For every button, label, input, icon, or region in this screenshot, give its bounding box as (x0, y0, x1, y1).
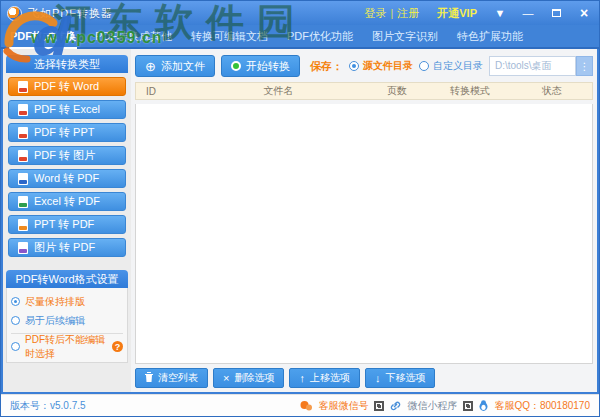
tab-pdf-format-convert[interactable]: PDF格式转换 (9, 25, 77, 49)
arrow-down-icon: ↓ (375, 373, 381, 384)
sidebar-item-word-to-pdf[interactable]: Word 转 PDF (8, 169, 126, 188)
start-icon (231, 61, 241, 71)
ppt-file-icon (18, 219, 28, 231)
close-icon[interactable]: × (577, 6, 591, 20)
status-bar: 版本号：v5.0.7.5 客服微信号 微信小程序 客服QQ：800180170 (1, 394, 599, 416)
option-easy-edit[interactable]: 易于后续编辑 (11, 311, 123, 330)
radio-label: 源文件目录 (363, 59, 413, 73)
sidebar-item-excel-to-pdf[interactable]: Excel 转 PDF (8, 192, 126, 211)
option-keep-layout[interactable]: 尽量保持排版 (11, 292, 123, 311)
clear-list-button[interactable]: 清空列表 (135, 368, 208, 388)
register-link[interactable]: 注册 (397, 6, 419, 21)
sidebar-item-label: Excel 转 PDF (34, 194, 100, 209)
arrow-up-icon: ↑ (299, 373, 305, 384)
help-icon[interactable]: ? (112, 341, 123, 352)
browse-folder-button[interactable]: ⋮ (576, 56, 593, 76)
delete-selected-button[interactable]: × 删除选项 (213, 368, 284, 388)
sidebar-item-label: Word 转 PDF (34, 171, 99, 186)
radio-source-directory[interactable]: 源文件目录 (349, 59, 413, 73)
wechat-service-label[interactable]: 客服微信号 (318, 399, 368, 413)
plus-circle-icon: ⊕ (145, 60, 156, 73)
tab-special-features[interactable]: 特色扩展功能 (456, 25, 524, 49)
sidebar-item-label: PDF 转 Excel (34, 102, 100, 117)
file-list[interactable] (135, 104, 593, 364)
main-panel: ⊕ 添加文件 开始转换 保存： 源文件目录 自定义目录 D:\tools\ (131, 49, 597, 392)
word-file-icon (18, 173, 28, 185)
pdf-file-icon (18, 127, 28, 139)
minimize-icon[interactable]: — (521, 6, 535, 20)
column-pages: 页数 (366, 84, 428, 98)
action-label: 上移选项 (310, 371, 350, 385)
output-path-input[interactable]: D:\tools\桌面 (489, 56, 576, 76)
settings-header: PDF转Word格式设置 (6, 270, 128, 288)
move-down-button[interactable]: ↓ 下移选项 (365, 368, 436, 388)
word-format-settings: PDF转Word格式设置 尽量保持排版 易于后续编辑 PDF转后不能编辑时选择 (6, 270, 128, 363)
action-label: 删除选项 (234, 371, 274, 385)
sidebar-item-label: PPT 转 PDF (34, 217, 94, 232)
tab-image-ocr[interactable]: 图片文字识别 (371, 25, 439, 49)
title-bar: 飞如PDF转换器 登录 | 注册 开通VIP ▼ — × (1, 1, 599, 25)
auth-divider: | (390, 7, 393, 19)
maximize-icon[interactable] (549, 6, 563, 20)
qr-code-icon[interactable] (374, 401, 384, 411)
sidebar-item-pdf-to-ppt[interactable]: PDF 转 PPT (8, 123, 126, 142)
wechat-icon (300, 401, 312, 411)
start-convert-label: 开始转换 (246, 59, 290, 74)
app-window: 飞如PDF转换器 登录 | 注册 开通VIP ▼ — × PDF格式转换 PDF… (0, 0, 600, 417)
vip-link[interactable]: 开通VIP (437, 6, 477, 21)
miniprogram-label[interactable]: 微信小程序 (407, 399, 457, 413)
list-actions: 清空列表 × 删除选项 ↑ 上移选项 ↓ 下移选项 (135, 368, 593, 388)
tab-convert-editable-doc[interactable]: 转换可编辑文档 (190, 25, 269, 49)
convert-type-header: 选择转换类型 (6, 55, 128, 73)
app-title: 飞如PDF转换器 (28, 6, 113, 21)
version-text: 版本号：v5.0.7.5 (10, 399, 86, 413)
option-label: 尽量保持排版 (25, 295, 85, 309)
radio-icon[interactable] (419, 61, 429, 71)
column-id: ID (136, 86, 191, 97)
option-cannot-edit[interactable]: PDF转后不能编辑时选择 ? (11, 337, 123, 356)
sidebar-item-label: PDF 转 Word (34, 79, 99, 94)
tab-pdf-optimize[interactable]: PDF优化功能 (286, 25, 354, 49)
radio-icon[interactable] (11, 316, 20, 325)
column-status: 状态 (512, 84, 592, 98)
image-file-icon (18, 242, 28, 254)
sidebar-item-image-to-pdf[interactable]: 图片 转 PDF (8, 238, 126, 257)
radio-selected-icon[interactable] (11, 297, 20, 306)
sidebar: 选择转换类型 PDF 转 Word PDF 转 Excel PDF 转 PPT … (3, 49, 131, 392)
start-convert-button[interactable]: 开始转换 (221, 55, 300, 77)
sidebar-item-pdf-to-word[interactable]: PDF 转 Word (8, 77, 126, 96)
action-label: 下移选项 (385, 371, 425, 385)
excel-file-icon (18, 196, 28, 208)
sidebar-item-ppt-to-pdf[interactable]: PPT 转 PDF (8, 215, 126, 234)
convert-type-list: PDF 转 Word PDF 转 Excel PDF 转 PPT PDF 转 图… (6, 73, 128, 257)
sidebar-item-label: PDF 转 图片 (34, 148, 95, 163)
menu-dropdown-icon[interactable]: ▼ (493, 6, 507, 20)
qr-code-icon[interactable] (463, 401, 473, 411)
qq-penguin-icon (479, 400, 488, 411)
app-logo-icon (7, 6, 22, 21)
pdf-file-icon (18, 104, 28, 116)
move-up-button[interactable]: ↑ 上移选项 (289, 368, 360, 388)
radio-selected-icon[interactable] (349, 61, 359, 71)
login-link[interactable]: 登录 (364, 6, 386, 21)
add-file-button[interactable]: ⊕ 添加文件 (135, 55, 215, 77)
column-filename: 文件名 (191, 84, 366, 98)
tab-pdf-to-other[interactable]: PDF转换成其他 (94, 25, 173, 49)
pdf-file-icon (18, 81, 28, 93)
sidebar-item-pdf-to-image[interactable]: PDF 转 图片 (8, 146, 126, 165)
action-label: 清空列表 (158, 371, 198, 385)
main-nav-tabs: PDF格式转换 PDF转换成其他 转换可编辑文档 PDF优化功能 图片文字识别 … (1, 25, 599, 49)
x-icon: × (223, 373, 229, 384)
content-area: 选择转换类型 PDF 转 Word PDF 转 Excel PDF 转 PPT … (1, 49, 599, 394)
option-label: 易于后续编辑 (25, 314, 85, 328)
link-icon (390, 401, 401, 411)
radio-icon[interactable] (11, 342, 20, 351)
sidebar-item-pdf-to-excel[interactable]: PDF 转 Excel (8, 100, 126, 119)
column-convert-mode: 转换模式 (428, 84, 512, 98)
qq-service-label[interactable]: 客服QQ：800180170 (494, 399, 590, 413)
sidebar-item-label: 图片 转 PDF (34, 240, 95, 255)
radio-custom-directory[interactable]: 自定义目录 (419, 59, 483, 73)
toolbar: ⊕ 添加文件 开始转换 保存： 源文件目录 自定义目录 D:\tools\ (135, 54, 593, 78)
settings-options: 尽量保持排版 易于后续编辑 PDF转后不能编辑时选择 ? (6, 288, 128, 363)
file-table-header: ID 文件名 页数 转换模式 状态 (135, 82, 593, 100)
